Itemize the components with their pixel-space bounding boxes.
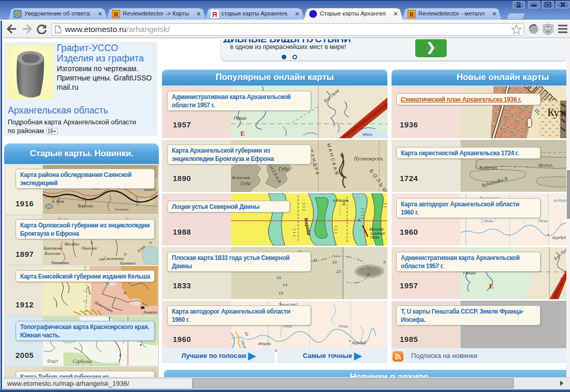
svg-text:Е: Е — [240, 129, 245, 137]
svg-text:ПІЗМ: ПІЗМ — [370, 236, 379, 239]
svg-text:Бакланово: Бакланово — [43, 246, 62, 251]
svg-text:Kaltchin: Kaltchin — [479, 165, 497, 171]
svg-text:Василье: Василье — [369, 227, 384, 231]
svg-text:Бологово: Бологово — [44, 251, 61, 256]
svg-text:з задний: з задний — [370, 232, 385, 235]
svg-text:6: 6 — [358, 218, 361, 222]
svg-text:Пеша: Пеша — [234, 116, 246, 121]
svg-text:14: 14 — [283, 283, 287, 287]
svg-text:оз.Косминское: оз.Косминское — [553, 198, 566, 203]
svg-text:Апракшно: Апракшно — [51, 260, 69, 265]
svg-text:15: 15 — [279, 291, 283, 296]
svg-text:Ворогово: Ворогово — [78, 204, 93, 208]
svg-text:Жердь: Жердь — [257, 341, 271, 346]
svg-text:Смоленское: Смоленское — [104, 256, 124, 261]
svg-text:10: 10 — [332, 260, 337, 265]
svg-text:Б. Коза: Б. Коза — [52, 199, 64, 204]
svg-text:Пеза: Пеза — [538, 219, 548, 223]
svg-text:Мосйдес: Мосйдес — [64, 242, 80, 247]
svg-text:22: 22 — [336, 269, 341, 274]
svg-text:Губа: Губа — [278, 166, 289, 172]
svg-text:о.Кошка: о.Кошка — [333, 198, 349, 203]
svg-text:Кузн: Кузн — [547, 106, 566, 119]
svg-text:Пустозерскъ: Пустозерскъ — [353, 156, 383, 161]
svg-text:75: 75 — [149, 241, 153, 245]
svg-text:6: 6 — [367, 272, 370, 277]
svg-text:Бурдуй: Бурдуй — [352, 340, 366, 345]
svg-text:Бурдуй: Бурдуй — [552, 235, 566, 240]
svg-text:Ачинскъ: Ачинскъ — [143, 310, 157, 315]
svg-text:5: 5 — [383, 260, 386, 265]
svg-text:Е: Е — [489, 282, 494, 290]
svg-text:Д: Д — [342, 202, 345, 206]
svg-text:Гоголева: Гоголева — [115, 207, 129, 211]
svg-text:Кезенская: Кезенская — [232, 175, 250, 180]
svg-text:Губа: Губа — [240, 181, 251, 186]
svg-text:Бартное: Бартное — [120, 261, 136, 265]
svg-text:15: 15 — [276, 275, 281, 280]
svg-text:Пеза: Пеза — [338, 324, 348, 329]
svg-text:Alexiep: Alexiep — [538, 162, 552, 168]
svg-text:(нежил.): (нежил.) — [76, 364, 92, 366]
svg-text:Пезо: Пезо — [483, 219, 493, 223]
svg-text:617: 617 — [52, 359, 58, 364]
svg-text:Опасскіе: Опасскіе — [82, 246, 97, 251]
svg-text:абыш: абыш — [363, 133, 372, 136]
svg-text:190: 190 — [99, 257, 104, 262]
